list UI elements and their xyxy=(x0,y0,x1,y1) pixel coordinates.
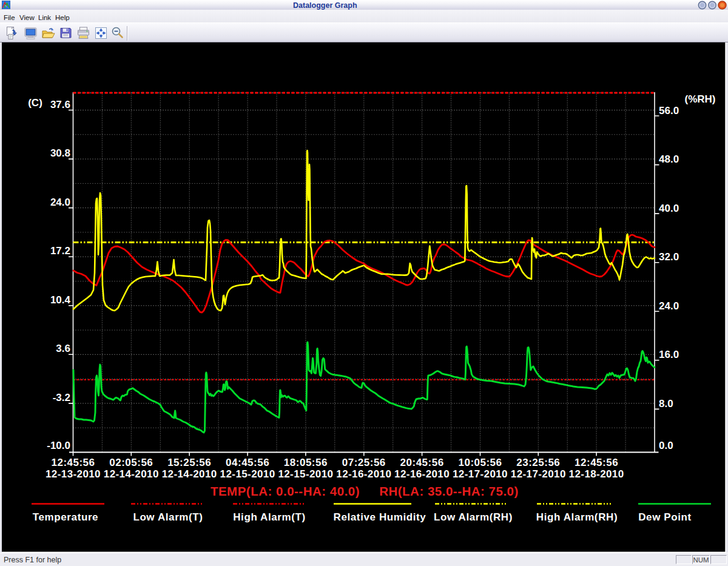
svg-text:Temperature: Temperature xyxy=(33,511,98,523)
svg-text:56.0: 56.0 xyxy=(659,105,679,116)
svg-text:8.0: 8.0 xyxy=(659,398,673,409)
svg-text:12-18-2010: 12-18-2010 xyxy=(569,468,624,480)
svg-text:15:25:56: 15:25:56 xyxy=(167,457,211,468)
svg-text:40.0: 40.0 xyxy=(659,203,679,214)
svg-text:17.2: 17.2 xyxy=(50,245,70,257)
svg-text:12-14-2010: 12-14-2010 xyxy=(104,468,159,480)
svg-text:02:05:56: 02:05:56 xyxy=(109,457,153,468)
svg-text:32.0: 32.0 xyxy=(659,251,679,263)
svg-text:High Alarm(RH): High Alarm(RH) xyxy=(536,511,618,523)
svg-text:12-16-2010: 12-16-2010 xyxy=(394,468,450,480)
svg-text:3.6: 3.6 xyxy=(56,343,70,354)
svg-text:(%RH): (%RH) xyxy=(685,93,716,105)
svg-text:12-15-2010: 12-15-2010 xyxy=(220,468,275,480)
svg-text:(C): (C) xyxy=(28,97,42,109)
svg-text:12-13-2010: 12-13-2010 xyxy=(46,468,101,480)
svg-text:37.6: 37.6 xyxy=(50,99,70,110)
svg-text:Relative Humidity: Relative Humidity xyxy=(334,511,426,523)
svg-text:-10.0: -10.0 xyxy=(47,440,70,451)
svg-text:10:05:56: 10:05:56 xyxy=(458,457,502,468)
svg-text:24.0: 24.0 xyxy=(659,300,679,312)
svg-text:-3.2: -3.2 xyxy=(53,392,70,403)
svg-text:12:45:56: 12:45:56 xyxy=(575,457,618,468)
svg-text:12:45:56: 12:45:56 xyxy=(51,457,95,468)
svg-text:High Alarm(T): High Alarm(T) xyxy=(233,511,306,523)
svg-text:12-17-2010: 12-17-2010 xyxy=(453,468,508,480)
svg-text:23:25:56: 23:25:56 xyxy=(516,457,560,468)
svg-text:16.0: 16.0 xyxy=(659,349,679,360)
svg-text:Dew Point: Dew Point xyxy=(638,511,692,523)
svg-text:07:25:56: 07:25:56 xyxy=(342,457,386,468)
svg-text:0.0: 0.0 xyxy=(659,440,673,451)
svg-text:04:45:56: 04:45:56 xyxy=(226,457,269,468)
svg-text:TEMP(LA: 0.0--HA: 40.0): TEMP(LA: 0.0--HA: 40.0) xyxy=(211,484,360,498)
svg-text:12-17-2010: 12-17-2010 xyxy=(511,468,566,480)
svg-text:30.8: 30.8 xyxy=(50,147,70,159)
svg-text:20:45:56: 20:45:56 xyxy=(400,457,444,468)
svg-text:Low Alarm(RH): Low Alarm(RH) xyxy=(434,511,513,523)
svg-text:18:05:56: 18:05:56 xyxy=(284,457,328,468)
svg-text:12-16-2010: 12-16-2010 xyxy=(336,468,391,480)
svg-text:12-15-2010: 12-15-2010 xyxy=(278,468,333,480)
svg-text:12-14-2010: 12-14-2010 xyxy=(162,468,217,480)
svg-text:Low Alarm(T): Low Alarm(T) xyxy=(133,511,203,523)
svg-text:RH(LA: 35.0--HA: 75.0): RH(LA: 35.0--HA: 75.0) xyxy=(379,484,519,498)
svg-text:24.0: 24.0 xyxy=(50,197,70,208)
svg-text:10.4: 10.4 xyxy=(50,294,71,306)
svg-text:48.0: 48.0 xyxy=(659,153,679,165)
